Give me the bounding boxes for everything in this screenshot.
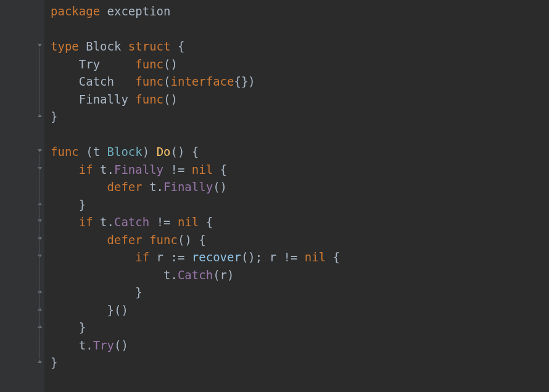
code-line[interactable]: Catch func(interface{}) — [51, 73, 549, 91]
code-editor[interactable]: package exceptiontype Block struct { Try… — [0, 0, 549, 392]
fold-column — [36, 0, 44, 392]
editor-gutter — [0, 0, 44, 392]
code-line[interactable] — [51, 20, 549, 38]
code-line[interactable]: package exception — [51, 2, 549, 20]
fold-guide-line — [39, 171, 40, 202]
code-line[interactable]: func (t Block) Do() { — [51, 143, 549, 161]
code-line[interactable]: }() — [51, 301, 549, 319]
code-line[interactable] — [51, 126, 549, 144]
code-line[interactable]: } — [51, 108, 549, 126]
code-area[interactable]: package exceptiontype Block struct { Try… — [44, 0, 549, 392]
code-line[interactable]: if t.Catch != nil { — [51, 213, 549, 231]
code-line[interactable]: type Block struct { — [51, 38, 549, 55]
fold-guide-line — [39, 48, 40, 113]
code-line[interactable]: } — [51, 284, 549, 301]
code-line[interactable]: } — [51, 319, 549, 337]
fold-guide-line — [39, 259, 40, 289]
code-line[interactable]: Finally func() — [51, 91, 549, 108]
fold-close-icon[interactable] — [36, 359, 43, 365]
code-line[interactable]: defer t.Finally() — [51, 178, 549, 196]
code-line[interactable]: } — [51, 196, 549, 214]
code-line[interactable]: if r := recover(); r != nil { — [51, 248, 549, 266]
code-line[interactable]: t.Catch(r) — [51, 266, 549, 284]
code-line[interactable]: if t.Finally != nil { — [51, 161, 549, 179]
code-line[interactable]: t.Try() — [51, 337, 549, 354]
code-line[interactable]: Try func() — [51, 55, 549, 73]
fold-close-icon[interactable] — [36, 113, 43, 120]
code-line[interactable]: defer func() { — [51, 231, 549, 249]
code-line[interactable]: } — [51, 354, 549, 372]
